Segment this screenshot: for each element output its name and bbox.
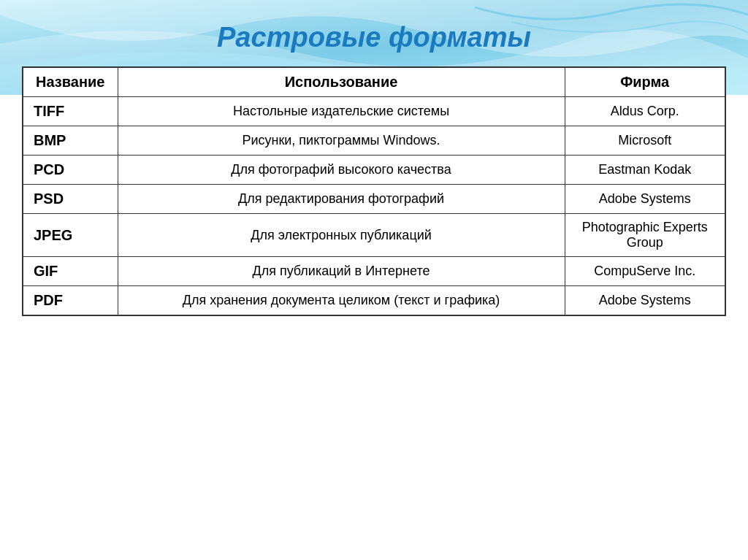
cell-format-firm: Aldus Corp.: [565, 97, 725, 126]
cell-format-firm: CompuServe Inc.: [565, 257, 725, 286]
cell-format-firm: Microsoft: [565, 126, 725, 156]
header-usage: Использование: [118, 67, 565, 97]
header-firm: Фирма: [565, 67, 725, 97]
table-header-row: Название Использование Фирма: [23, 67, 725, 97]
cell-format-firm: Photographic Experts Group: [565, 214, 725, 257]
page-content: Растровые форматы Название Использование…: [0, 0, 748, 331]
cell-format-usage: Рисунки, пиктограммы Windows.: [118, 126, 565, 156]
table-row: BMPРисунки, пиктограммы Windows.Microsof…: [23, 126, 725, 156]
table-row: JPEGДля электронных публикацийPhotograph…: [23, 214, 725, 257]
table-row: PSDДля редактирования фотографийAdobe Sy…: [23, 185, 725, 214]
cell-format-name: PSD: [23, 185, 118, 214]
cell-format-usage: Настольные издательские системы: [118, 97, 565, 126]
cell-format-name: TIFF: [23, 97, 118, 126]
cell-format-usage: Для публикаций в Интернете: [118, 257, 565, 286]
cell-format-firm: Adobe Systems: [565, 185, 725, 214]
cell-format-firm: Adobe Systems: [565, 286, 725, 316]
table-row: PDFДля хранения документа целиком (текст…: [23, 286, 725, 316]
table-row: TIFFНастольные издательские системыAldus…: [23, 97, 725, 126]
table-row: PCDДля фотографий высокого качестваEastm…: [23, 156, 725, 185]
cell-format-usage: Для фотографий высокого качества: [118, 156, 565, 185]
cell-format-name: GIF: [23, 257, 118, 286]
formats-table: Название Использование Фирма TIFFНастоль…: [22, 66, 726, 316]
cell-format-name: JPEG: [23, 214, 118, 257]
cell-format-name: BMP: [23, 126, 118, 156]
page-title: Растровые форматы: [22, 7, 726, 53]
table-row: GIFДля публикаций в ИнтернетеCompuServe …: [23, 257, 725, 286]
cell-format-usage: Для хранения документа целиком (текст и …: [118, 286, 565, 316]
cell-format-name: PCD: [23, 156, 118, 185]
cell-format-usage: Для редактирования фотографий: [118, 185, 565, 214]
cell-format-name: PDF: [23, 286, 118, 316]
cell-format-usage: Для электронных публикаций: [118, 214, 565, 257]
cell-format-firm: Eastman Kodak: [565, 156, 725, 185]
header-name: Название: [23, 67, 118, 97]
